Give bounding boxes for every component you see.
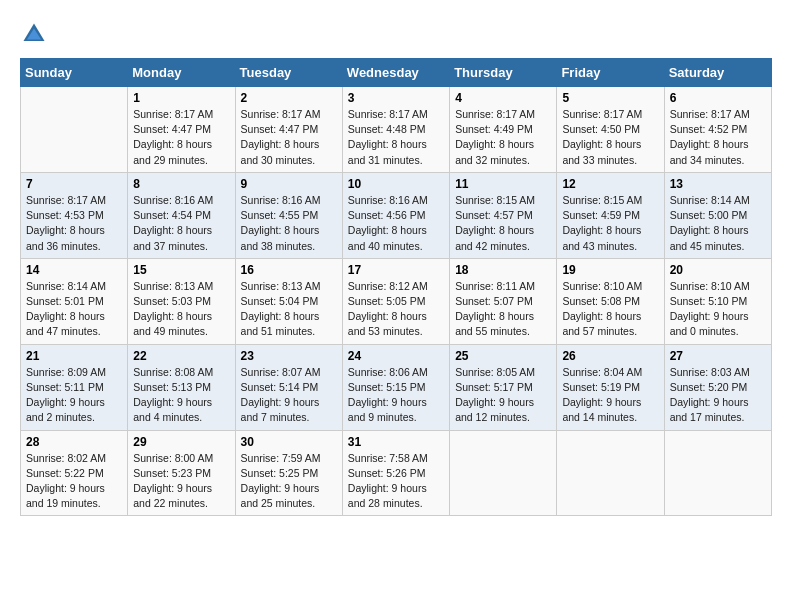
day-number: 20 bbox=[670, 263, 766, 277]
calendar-cell bbox=[557, 430, 664, 516]
day-info: Sunrise: 7:58 AMSunset: 5:26 PMDaylight:… bbox=[348, 451, 444, 512]
calendar-cell: 14 Sunrise: 8:14 AMSunset: 5:01 PMDaylig… bbox=[21, 258, 128, 344]
day-info: Sunrise: 8:17 AMSunset: 4:49 PMDaylight:… bbox=[455, 107, 551, 168]
day-number: 26 bbox=[562, 349, 658, 363]
day-info: Sunrise: 8:17 AMSunset: 4:48 PMDaylight:… bbox=[348, 107, 444, 168]
day-info: Sunrise: 8:16 AMSunset: 4:54 PMDaylight:… bbox=[133, 193, 229, 254]
day-info: Sunrise: 8:14 AMSunset: 5:01 PMDaylight:… bbox=[26, 279, 122, 340]
weekday-header-saturday: Saturday bbox=[664, 59, 771, 87]
week-row-5: 28 Sunrise: 8:02 AMSunset: 5:22 PMDaylig… bbox=[21, 430, 772, 516]
week-row-2: 7 Sunrise: 8:17 AMSunset: 4:53 PMDayligh… bbox=[21, 172, 772, 258]
day-number: 6 bbox=[670, 91, 766, 105]
day-info: Sunrise: 8:00 AMSunset: 5:23 PMDaylight:… bbox=[133, 451, 229, 512]
day-number: 16 bbox=[241, 263, 337, 277]
day-number: 29 bbox=[133, 435, 229, 449]
day-info: Sunrise: 8:16 AMSunset: 4:56 PMDaylight:… bbox=[348, 193, 444, 254]
day-info: Sunrise: 8:17 AMSunset: 4:50 PMDaylight:… bbox=[562, 107, 658, 168]
weekday-header-sunday: Sunday bbox=[21, 59, 128, 87]
day-info: Sunrise: 8:06 AMSunset: 5:15 PMDaylight:… bbox=[348, 365, 444, 426]
calendar-cell: 21 Sunrise: 8:09 AMSunset: 5:11 PMDaylig… bbox=[21, 344, 128, 430]
day-number: 30 bbox=[241, 435, 337, 449]
day-info: Sunrise: 8:13 AMSunset: 5:03 PMDaylight:… bbox=[133, 279, 229, 340]
day-number: 5 bbox=[562, 91, 658, 105]
day-info: Sunrise: 8:12 AMSunset: 5:05 PMDaylight:… bbox=[348, 279, 444, 340]
calendar-cell: 8 Sunrise: 8:16 AMSunset: 4:54 PMDayligh… bbox=[128, 172, 235, 258]
weekday-header-friday: Friday bbox=[557, 59, 664, 87]
day-number: 15 bbox=[133, 263, 229, 277]
day-info: Sunrise: 8:17 AMSunset: 4:53 PMDaylight:… bbox=[26, 193, 122, 254]
day-number: 21 bbox=[26, 349, 122, 363]
calendar-cell: 12 Sunrise: 8:15 AMSunset: 4:59 PMDaylig… bbox=[557, 172, 664, 258]
calendar-cell: 15 Sunrise: 8:13 AMSunset: 5:03 PMDaylig… bbox=[128, 258, 235, 344]
day-number: 13 bbox=[670, 177, 766, 191]
calendar-cell: 2 Sunrise: 8:17 AMSunset: 4:47 PMDayligh… bbox=[235, 87, 342, 173]
day-number: 28 bbox=[26, 435, 122, 449]
day-info: Sunrise: 8:10 AMSunset: 5:08 PMDaylight:… bbox=[562, 279, 658, 340]
day-number: 3 bbox=[348, 91, 444, 105]
calendar-cell: 19 Sunrise: 8:10 AMSunset: 5:08 PMDaylig… bbox=[557, 258, 664, 344]
week-row-4: 21 Sunrise: 8:09 AMSunset: 5:11 PMDaylig… bbox=[21, 344, 772, 430]
day-info: Sunrise: 8:10 AMSunset: 5:10 PMDaylight:… bbox=[670, 279, 766, 340]
calendar-cell: 5 Sunrise: 8:17 AMSunset: 4:50 PMDayligh… bbox=[557, 87, 664, 173]
day-info: Sunrise: 8:07 AMSunset: 5:14 PMDaylight:… bbox=[241, 365, 337, 426]
day-number: 17 bbox=[348, 263, 444, 277]
day-info: Sunrise: 8:02 AMSunset: 5:22 PMDaylight:… bbox=[26, 451, 122, 512]
day-info: Sunrise: 8:17 AMSunset: 4:47 PMDaylight:… bbox=[241, 107, 337, 168]
calendar-cell: 6 Sunrise: 8:17 AMSunset: 4:52 PMDayligh… bbox=[664, 87, 771, 173]
logo-icon bbox=[20, 20, 48, 48]
day-info: Sunrise: 8:11 AMSunset: 5:07 PMDaylight:… bbox=[455, 279, 551, 340]
day-number: 9 bbox=[241, 177, 337, 191]
weekday-header-thursday: Thursday bbox=[450, 59, 557, 87]
logo bbox=[20, 20, 52, 48]
calendar-cell: 10 Sunrise: 8:16 AMSunset: 4:56 PMDaylig… bbox=[342, 172, 449, 258]
day-info: Sunrise: 8:03 AMSunset: 5:20 PMDaylight:… bbox=[670, 365, 766, 426]
day-info: Sunrise: 8:16 AMSunset: 4:55 PMDaylight:… bbox=[241, 193, 337, 254]
day-number: 23 bbox=[241, 349, 337, 363]
page-header bbox=[20, 20, 772, 48]
day-number: 1 bbox=[133, 91, 229, 105]
day-info: Sunrise: 8:13 AMSunset: 5:04 PMDaylight:… bbox=[241, 279, 337, 340]
day-info: Sunrise: 8:08 AMSunset: 5:13 PMDaylight:… bbox=[133, 365, 229, 426]
day-info: Sunrise: 8:17 AMSunset: 4:52 PMDaylight:… bbox=[670, 107, 766, 168]
weekday-header-monday: Monday bbox=[128, 59, 235, 87]
calendar-cell bbox=[21, 87, 128, 173]
calendar-cell: 18 Sunrise: 8:11 AMSunset: 5:07 PMDaylig… bbox=[450, 258, 557, 344]
weekday-header-wednesday: Wednesday bbox=[342, 59, 449, 87]
calendar-cell: 27 Sunrise: 8:03 AMSunset: 5:20 PMDaylig… bbox=[664, 344, 771, 430]
day-info: Sunrise: 7:59 AMSunset: 5:25 PMDaylight:… bbox=[241, 451, 337, 512]
day-number: 4 bbox=[455, 91, 551, 105]
calendar-cell: 11 Sunrise: 8:15 AMSunset: 4:57 PMDaylig… bbox=[450, 172, 557, 258]
calendar-cell bbox=[450, 430, 557, 516]
calendar-cell: 17 Sunrise: 8:12 AMSunset: 5:05 PMDaylig… bbox=[342, 258, 449, 344]
day-info: Sunrise: 8:14 AMSunset: 5:00 PMDaylight:… bbox=[670, 193, 766, 254]
week-row-1: 1 Sunrise: 8:17 AMSunset: 4:47 PMDayligh… bbox=[21, 87, 772, 173]
day-number: 19 bbox=[562, 263, 658, 277]
day-number: 31 bbox=[348, 435, 444, 449]
calendar-cell: 22 Sunrise: 8:08 AMSunset: 5:13 PMDaylig… bbox=[128, 344, 235, 430]
calendar-cell: 30 Sunrise: 7:59 AMSunset: 5:25 PMDaylig… bbox=[235, 430, 342, 516]
day-info: Sunrise: 8:15 AMSunset: 4:59 PMDaylight:… bbox=[562, 193, 658, 254]
day-number: 12 bbox=[562, 177, 658, 191]
day-info: Sunrise: 8:04 AMSunset: 5:19 PMDaylight:… bbox=[562, 365, 658, 426]
calendar-cell: 13 Sunrise: 8:14 AMSunset: 5:00 PMDaylig… bbox=[664, 172, 771, 258]
day-number: 11 bbox=[455, 177, 551, 191]
calendar-cell: 23 Sunrise: 8:07 AMSunset: 5:14 PMDaylig… bbox=[235, 344, 342, 430]
calendar-cell: 20 Sunrise: 8:10 AMSunset: 5:10 PMDaylig… bbox=[664, 258, 771, 344]
weekday-header-row: SundayMondayTuesdayWednesdayThursdayFrid… bbox=[21, 59, 772, 87]
calendar-cell: 29 Sunrise: 8:00 AMSunset: 5:23 PMDaylig… bbox=[128, 430, 235, 516]
calendar-cell bbox=[664, 430, 771, 516]
day-number: 22 bbox=[133, 349, 229, 363]
day-number: 27 bbox=[670, 349, 766, 363]
weekday-header-tuesday: Tuesday bbox=[235, 59, 342, 87]
day-number: 10 bbox=[348, 177, 444, 191]
calendar-cell: 9 Sunrise: 8:16 AMSunset: 4:55 PMDayligh… bbox=[235, 172, 342, 258]
calendar-table: SundayMondayTuesdayWednesdayThursdayFrid… bbox=[20, 58, 772, 516]
day-number: 25 bbox=[455, 349, 551, 363]
calendar-cell: 25 Sunrise: 8:05 AMSunset: 5:17 PMDaylig… bbox=[450, 344, 557, 430]
calendar-cell: 28 Sunrise: 8:02 AMSunset: 5:22 PMDaylig… bbox=[21, 430, 128, 516]
day-info: Sunrise: 8:09 AMSunset: 5:11 PMDaylight:… bbox=[26, 365, 122, 426]
calendar-cell: 16 Sunrise: 8:13 AMSunset: 5:04 PMDaylig… bbox=[235, 258, 342, 344]
calendar-cell: 1 Sunrise: 8:17 AMSunset: 4:47 PMDayligh… bbox=[128, 87, 235, 173]
calendar-cell: 4 Sunrise: 8:17 AMSunset: 4:49 PMDayligh… bbox=[450, 87, 557, 173]
calendar-cell: 24 Sunrise: 8:06 AMSunset: 5:15 PMDaylig… bbox=[342, 344, 449, 430]
